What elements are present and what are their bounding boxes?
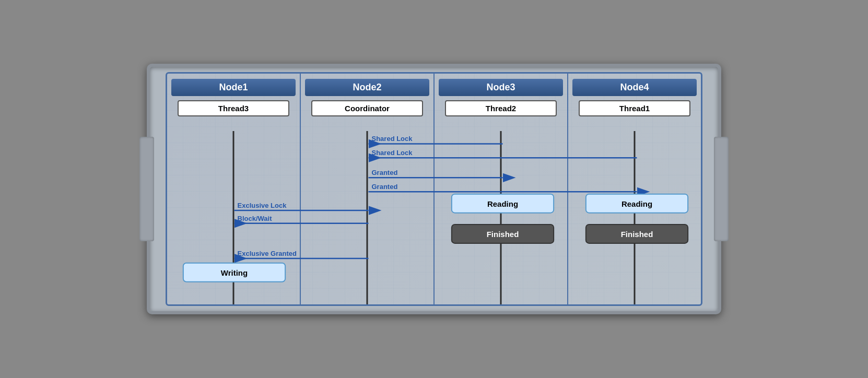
node2-lifeline bbox=[367, 131, 368, 304]
node1: Node1 Thread3 bbox=[167, 74, 301, 304]
node2-header: Node2 bbox=[305, 79, 429, 96]
node1-thread: Thread3 bbox=[178, 100, 289, 116]
node3: Node3 Thread2 bbox=[435, 74, 568, 304]
nodes-container: Node1 Thread3 Node2 Coordinator Node3 Th… bbox=[167, 74, 701, 304]
node4-lifeline bbox=[634, 131, 636, 304]
node3-lifeline bbox=[500, 131, 502, 304]
chassis: Node1 Thread3 Node2 Coordinator Node3 Th… bbox=[147, 64, 721, 314]
node4-thread: Thread1 bbox=[579, 100, 690, 116]
node4-header: Node4 bbox=[572, 79, 697, 96]
node1-header: Node1 bbox=[171, 79, 296, 96]
main-area: Node1 Thread3 Node2 Coordinator Node3 Th… bbox=[166, 72, 702, 306]
node3-thread: Thread2 bbox=[445, 100, 557, 116]
node2: Node2 Coordinator bbox=[301, 74, 435, 304]
node4: Node4 Thread1 bbox=[568, 74, 701, 304]
node2-thread: Coordinator bbox=[311, 100, 423, 116]
node1-lifeline bbox=[233, 131, 234, 304]
node3-header: Node3 bbox=[439, 79, 563, 96]
